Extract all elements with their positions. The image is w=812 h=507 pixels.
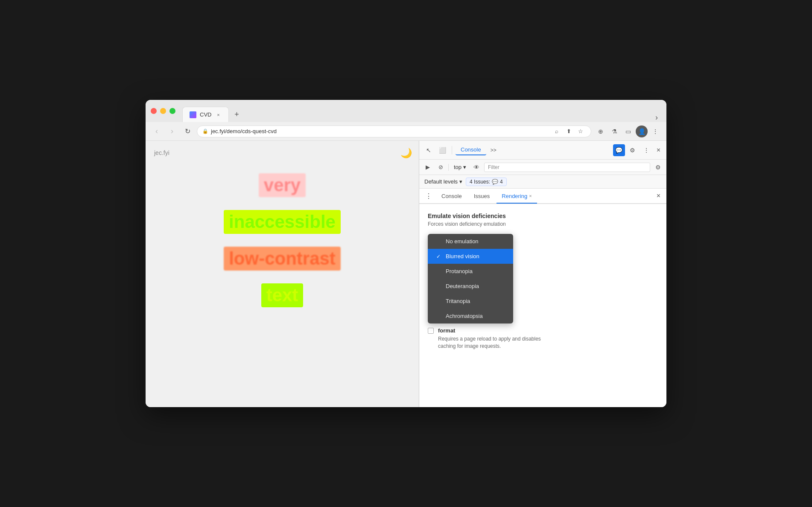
- lock-icon: 🔒: [202, 128, 208, 134]
- checkbox-2[interactable]: [428, 328, 434, 334]
- title-bar: CVD × + ›: [146, 100, 666, 122]
- rendering-content: Emulate vision deficiencies Forces visio…: [419, 204, 666, 407]
- profile-icon[interactable]: 👤: [636, 125, 648, 137]
- tab-more-icon[interactable]: >>: [487, 146, 500, 155]
- browser-action-icons: ⊕ ⚗ ▭ 👤 ⋮: [595, 125, 661, 137]
- topbar-divider: [452, 146, 452, 154]
- panel-tabs: ⋮ Console Issues Rendering × ×: [419, 189, 666, 204]
- issues-msg-icon: 💬: [492, 179, 498, 185]
- messages-icon[interactable]: 💬: [613, 144, 625, 156]
- default-levels-arrow: ▾: [459, 178, 462, 185]
- traffic-lights: [151, 108, 175, 114]
- filter-placeholder: Filter: [488, 164, 499, 170]
- console-toolbar: ▶ ⊘ top ▾ 👁 Filter ⚙: [419, 160, 666, 175]
- extensions-icon[interactable]: ⊕: [595, 125, 607, 137]
- menu-icon[interactable]: ⋮: [649, 125, 661, 137]
- rendering-tab-close[interactable]: ×: [529, 193, 532, 198]
- url-text: jec.fyi/demo/cds-quest-cvd: [211, 128, 549, 134]
- split-icon[interactable]: ▭: [622, 125, 634, 137]
- active-tab[interactable]: CVD ×: [182, 107, 229, 122]
- tab-list-chevron-icon[interactable]: ›: [655, 113, 661, 122]
- blurred-vision-label: Blurred vision: [446, 253, 479, 259]
- console-settings-icon[interactable]: ⚙: [653, 162, 663, 172]
- close-button[interactable]: [151, 108, 157, 114]
- layout-tool-icon[interactable]: ⬜: [436, 144, 448, 156]
- option-blurred-vision[interactable]: ✓ Blurred vision: [428, 249, 513, 264]
- devtools-more-icon[interactable]: ⋮: [640, 144, 652, 156]
- page-demo: very inaccessible low-contrast text: [154, 173, 410, 307]
- word-very: very: [259, 173, 306, 197]
- section-title: Emulate vision deficiencies: [428, 213, 658, 219]
- default-levels-label: Default levels: [424, 178, 458, 185]
- deuteranopia-label: Deuteranopia: [446, 283, 479, 289]
- option-protanopia[interactable]: Protanopia: [428, 264, 513, 279]
- default-levels-dropdown[interactable]: Default levels ▾: [424, 178, 462, 185]
- address-action-icons: ⌕ ⬆ ☆: [552, 126, 586, 137]
- section-desc: Forces vision deficiency emulation: [428, 221, 658, 227]
- browser-window: CVD × + › ‹ › ↻ 🔒 jec.fyi/demo/cds-quest…: [146, 100, 666, 407]
- search-icon[interactable]: ⌕: [552, 126, 562, 137]
- devtools-panel: ↖ ⬜ Console >> 💬 ⚙ ⋮ × ▶ ⊘: [419, 141, 666, 407]
- share-icon[interactable]: ⬆: [564, 126, 574, 137]
- checkbox-row-2: format Requires a page reload to apply a…: [428, 327, 658, 350]
- tab-rendering-panel[interactable]: Rendering ×: [497, 189, 537, 204]
- checkbox-2-text: format Requires a page reload to apply a…: [438, 327, 541, 350]
- tab-console[interactable]: Console: [456, 145, 486, 155]
- option-tritanopia[interactable]: Tritanopia: [428, 294, 513, 309]
- issues-bar: Default levels ▾ 4 Issues: 💬 4: [419, 175, 666, 189]
- cursor-tool-icon[interactable]: ↖: [423, 144, 435, 156]
- new-tab-button[interactable]: +: [231, 108, 242, 120]
- option-achromatopsia[interactable]: Achromatopsia: [428, 309, 513, 323]
- settings-icon[interactable]: ⚙: [627, 144, 639, 156]
- option-no-emulation[interactable]: No emulation: [428, 234, 513, 249]
- context-label: top: [454, 164, 461, 170]
- bookmark-icon[interactable]: ☆: [575, 126, 586, 137]
- context-dropdown-arrow: ▾: [463, 164, 466, 170]
- play-icon[interactable]: ▶: [423, 162, 433, 172]
- reload-button[interactable]: ↻: [181, 125, 193, 137]
- tab-title: CVD: [200, 111, 211, 118]
- moon-icon[interactable]: 🌙: [400, 148, 412, 159]
- eye-icon[interactable]: 👁: [471, 162, 482, 172]
- tab-strip: CVD × + ›: [182, 100, 661, 122]
- content-area: jec.fyi 🌙 very inaccessible low-contrast…: [146, 141, 666, 407]
- no-emulation-label: No emulation: [446, 238, 479, 245]
- protanopia-label: Protanopia: [446, 268, 473, 274]
- address-input[interactable]: 🔒 jec.fyi/demo/cds-quest-cvd ⌕ ⬆ ☆: [197, 125, 591, 137]
- forward-button[interactable]: ›: [166, 125, 178, 137]
- page-content: jec.fyi 🌙 very inaccessible low-contrast…: [146, 141, 419, 407]
- word-low-contrast: low-contrast: [224, 247, 341, 271]
- issues-number: 4: [500, 179, 503, 185]
- option-deuteranopia[interactable]: Deuteranopia: [428, 279, 513, 294]
- panel-menu-icon[interactable]: ⋮: [423, 190, 435, 202]
- blurred-vision-check: ✓: [436, 253, 442, 259]
- vision-dropdown-menu[interactable]: No emulation ✓ Blurred vision Protanopia: [428, 234, 513, 323]
- experiment-icon[interactable]: ⚗: [608, 125, 620, 137]
- devtools-tab-bar: Console >>: [456, 145, 532, 155]
- tab-issues-panel[interactable]: Issues: [469, 189, 495, 203]
- achromatopsia-label: Achromatopsia: [446, 313, 483, 319]
- devtools-close-button[interactable]: ×: [654, 145, 663, 156]
- issues-label: 4 Issues:: [470, 179, 490, 185]
- tab-console-panel[interactable]: Console: [436, 189, 467, 203]
- tab-favicon: [190, 111, 196, 118]
- toolbar-divider: [448, 164, 449, 171]
- context-dropdown[interactable]: top ▾: [451, 163, 469, 171]
- panel-close-button[interactable]: ×: [654, 190, 663, 201]
- filter-input[interactable]: Filter: [484, 163, 650, 172]
- maximize-button[interactable]: [169, 108, 175, 114]
- issues-count-badge[interactable]: 4 Issues: 💬 4: [466, 178, 507, 186]
- address-bar: ‹ › ↻ 🔒 jec.fyi/demo/cds-quest-cvd ⌕ ⬆ ☆…: [146, 122, 666, 141]
- word-inaccessible: inaccessible: [224, 210, 341, 234]
- word-text: text: [261, 283, 304, 307]
- minimize-button[interactable]: [160, 108, 166, 114]
- page-brand: jec.fyi: [154, 149, 410, 156]
- tab-close-button[interactable]: ×: [215, 111, 222, 118]
- back-button[interactable]: ‹: [151, 125, 163, 137]
- clear-icon[interactable]: ⊘: [435, 162, 446, 172]
- devtools-topbar: ↖ ⬜ Console >> 💬 ⚙ ⋮ ×: [419, 141, 666, 160]
- tritanopia-label: Tritanopia: [446, 298, 470, 304]
